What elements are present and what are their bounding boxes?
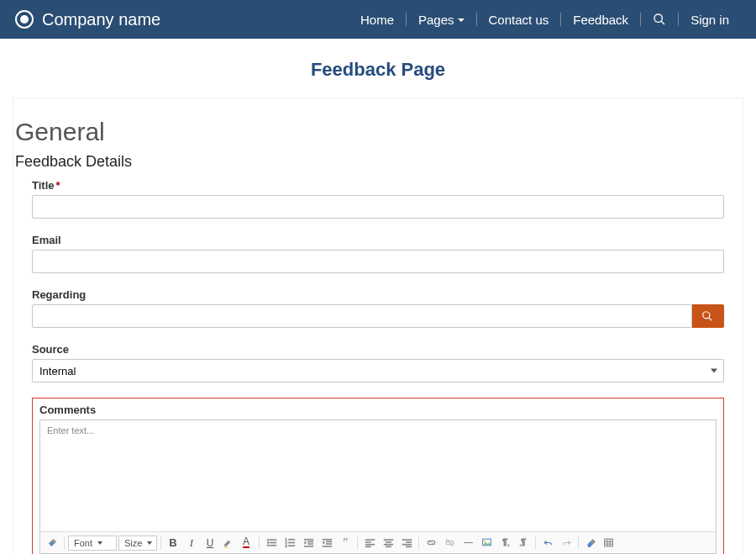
- nav-pages[interactable]: Pages: [407, 0, 476, 39]
- source-select[interactable]: Internal: [32, 359, 724, 383]
- nav-contact-label: Contact us: [489, 13, 549, 27]
- nav-signin-label: Sign in: [690, 13, 729, 27]
- email-input[interactable]: [32, 250, 724, 273]
- svg-line-33: [446, 539, 454, 546]
- comments-label: Comments: [39, 404, 717, 416]
- rte-redo-button[interactable]: [558, 535, 575, 551]
- number-list-icon: 123: [285, 537, 296, 548]
- section-subheading: Feedback Details: [15, 153, 741, 171]
- comments-textarea[interactable]: Enter text...: [40, 420, 716, 531]
- bold-icon: B: [169, 536, 176, 549]
- rte-format-painter-button[interactable]: [44, 535, 60, 551]
- svg-rect-17: [323, 539, 332, 540]
- svg-rect-32: [406, 546, 412, 547]
- svg-point-3: [267, 541, 269, 543]
- nav-feedback[interactable]: Feedback: [561, 0, 640, 39]
- rte-size-select[interactable]: Size: [118, 536, 157, 551]
- rte-link-button[interactable]: [423, 535, 439, 551]
- svg-rect-21: [365, 540, 375, 541]
- svg-rect-13: [304, 539, 313, 540]
- svg-rect-18: [326, 541, 332, 542]
- toolbar-separator: [160, 536, 161, 550]
- ltr-icon: [500, 537, 511, 548]
- svg-rect-31: [402, 544, 412, 545]
- svg-point-36: [484, 541, 486, 542]
- rte-bold-button[interactable]: B: [165, 535, 181, 551]
- svg-rect-22: [365, 541, 371, 542]
- rte-font-label: Font: [74, 538, 92, 548]
- rte-alignleft-button[interactable]: [361, 535, 378, 551]
- align-right-icon: [402, 537, 412, 548]
- nav-home[interactable]: Home: [349, 0, 406, 39]
- svg-rect-2: [270, 540, 276, 541]
- rte-aligncenter-button[interactable]: [380, 535, 396, 551]
- rte-alignright-button[interactable]: [398, 535, 415, 551]
- eraser-icon: [585, 537, 596, 548]
- rte-numberlist-button[interactable]: 123: [281, 535, 298, 551]
- rte-font-select[interactable]: Font: [68, 536, 117, 551]
- toolbar-separator: [578, 536, 579, 550]
- rte-unlink-button[interactable]: [441, 535, 458, 551]
- highlight-icon: [223, 537, 234, 548]
- rte-fontcolor-button[interactable]: A: [239, 535, 255, 551]
- align-center-icon: [383, 537, 394, 548]
- nav-search[interactable]: [641, 0, 678, 39]
- field-source: Source Internal: [32, 343, 724, 383]
- source-label: Source: [32, 343, 724, 356]
- rte-italic-button[interactable]: I: [183, 535, 200, 551]
- svg-rect-30: [406, 541, 412, 542]
- svg-rect-20: [323, 546, 332, 546]
- rte-table-button[interactable]: [601, 535, 617, 551]
- svg-rect-24: [365, 546, 371, 547]
- rte-indent-button[interactable]: [318, 535, 335, 551]
- indent-icon: [322, 537, 333, 548]
- redo-icon: [561, 537, 572, 548]
- image-icon: [481, 537, 492, 548]
- svg-rect-0: [223, 546, 228, 547]
- toolbar-separator: [64, 536, 65, 550]
- outdent-icon: [303, 537, 314, 548]
- svg-rect-19: [326, 544, 332, 545]
- svg-rect-34: [464, 542, 473, 543]
- nav-pages-label: Pages: [418, 13, 454, 27]
- brand[interactable]: Company name: [15, 10, 160, 29]
- rte-underline-button[interactable]: U: [202, 535, 218, 551]
- rte-ltr-button[interactable]: [496, 535, 513, 551]
- rte-highlight-button[interactable]: [220, 535, 237, 551]
- toolbar-separator: [418, 536, 419, 550]
- form: Title* Email Regarding Source Internal: [13, 179, 743, 554]
- svg-rect-25: [384, 540, 393, 541]
- comments-section: Comments Enter text... Font Size: [32, 398, 724, 554]
- nav-contact[interactable]: Contact us: [477, 0, 561, 39]
- rich-text-editor: Enter text... Font Size B: [39, 419, 717, 554]
- svg-rect-23: [365, 544, 375, 545]
- hr-icon: [463, 537, 474, 548]
- title-input[interactable]: [32, 195, 724, 219]
- svg-rect-10: [288, 542, 295, 543]
- title-label: Title*: [32, 179, 724, 192]
- rte-toolbar: Font Size B I U: [40, 531, 716, 553]
- rte-undo-button[interactable]: [539, 535, 556, 551]
- rte-hr-button[interactable]: [459, 535, 476, 551]
- table-icon: [603, 537, 614, 548]
- svg-rect-15: [307, 544, 313, 545]
- toolbar-separator: [535, 536, 536, 550]
- caret-down-icon: [458, 18, 465, 22]
- field-regarding: Regarding: [32, 288, 724, 328]
- svg-rect-29: [402, 540, 412, 541]
- page-title: Feedback Page: [0, 59, 756, 81]
- rte-bulletlist-button[interactable]: [263, 535, 280, 551]
- content-panel: General Feedback Details Title* Email Re…: [13, 98, 743, 554]
- rte-outdent-button[interactable]: [300, 535, 317, 551]
- nav-signin[interactable]: Sign in: [679, 0, 741, 39]
- rte-clearformat-button[interactable]: [582, 535, 599, 551]
- toolbar-separator: [357, 536, 358, 550]
- rte-image-button[interactable]: [478, 535, 495, 551]
- rte-blockquote-button[interactable]: ”: [337, 535, 354, 551]
- regarding-input[interactable]: [32, 304, 692, 328]
- search-icon: [653, 13, 666, 26]
- nav-feedback-label: Feedback: [573, 13, 628, 27]
- svg-point-5: [267, 545, 269, 546]
- rte-rtl-button[interactable]: [515, 535, 532, 551]
- regarding-lookup-button[interactable]: [692, 304, 724, 328]
